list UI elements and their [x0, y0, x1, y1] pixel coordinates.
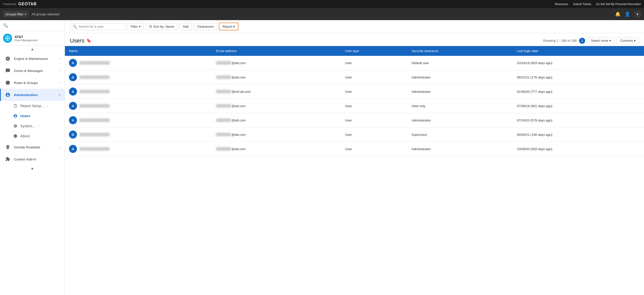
col-header-security-clearance[interactable]: Security clearance [408, 46, 513, 56]
user-name-blurred [79, 104, 110, 108]
sidebar-item-engine-label: Engine & Maintenance [14, 57, 57, 61]
top-bar: Powered by GEOTAB Resources Submit Ticke… [0, 0, 644, 8]
email-prefix-blurred [216, 104, 231, 108]
do-not-sell-link[interactable]: Do Not Sell My Personal Information [596, 3, 641, 6]
user-profile-icon[interactable]: 👤 [625, 11, 630, 17]
sidebar-item-administration[interactable]: Administration ∧ [0, 89, 65, 101]
security-clearance-cell: Administrator [408, 113, 513, 128]
resources-link[interactable]: Resources [555, 3, 568, 6]
table-row[interactable]: A @att.com UserAdministrator10/08/20 (50… [65, 142, 644, 156]
notification-bell-icon[interactable]: 🔔 [615, 11, 621, 17]
table-header-row: Name Email address User type Security cl… [65, 46, 644, 56]
email-cell: @att.com [212, 70, 341, 85]
name-cell: A [65, 142, 212, 156]
table-header: Name Email address User type Security cl… [65, 46, 644, 56]
filter-button[interactable]: Filter ▾ [127, 23, 144, 30]
sidebar-search-inner: 🔍 [3, 23, 62, 28]
email-cell: @att.com [212, 56, 341, 70]
clearances-label: Clearances [197, 25, 214, 28]
security-clearance-cell: Administrator [408, 142, 513, 156]
groups-filter-button[interactable]: Groups filter ▾ [3, 11, 29, 18]
table-row[interactable]: A @intl.att.com UserAdministrator01/08/2… [65, 85, 644, 99]
user-avatar: A [69, 88, 77, 96]
user-avatar: A [69, 116, 77, 124]
user-avatar: A [69, 59, 77, 67]
submit-tickets-link[interactable]: Submit Tickets [573, 3, 591, 6]
sidebar-item-geotab-roadside-label: Geotab Roadside [14, 145, 57, 149]
name-cell-inner: A [69, 73, 208, 81]
columns-button[interactable]: Columns ▾ [617, 37, 639, 44]
user-menu-button[interactable]: ▾ [634, 11, 641, 18]
sidebar-search-icon[interactable]: 🔍 [3, 23, 8, 28]
user-type-cell: User [341, 85, 408, 99]
report-button[interactable]: Report ▾ [219, 23, 238, 30]
bookmark-icon[interactable]: 🔖 [86, 38, 91, 43]
users-table-container: Name Email address User type Security cl… [65, 46, 644, 295]
sidebar: 🔍 AT&T Fleet Management ▲ Engine & Maint… [0, 20, 65, 295]
email-cell-inner: @att.com [216, 133, 337, 137]
sidebar-sub-system-label: System... [20, 124, 35, 128]
sidebar-sub-users-label: Users [20, 114, 30, 118]
add-button[interactable]: Add [179, 23, 192, 30]
geotab-roadside-icon [5, 144, 11, 150]
sidebar-scroll-up[interactable]: ▲ [0, 46, 65, 53]
user-avatar: A [69, 145, 77, 153]
sort-icon: ☰ [149, 25, 152, 28]
clearances-button[interactable]: Clearances [194, 23, 217, 30]
sidebar-item-custom-add-in[interactable]: Custom Add-In [0, 153, 65, 165]
last-login-cell: 10/08/20 (503 days ago) [513, 142, 644, 156]
name-cell: A [65, 56, 212, 70]
col-header-email[interactable]: Email address [212, 46, 341, 56]
email-prefix-blurred [216, 147, 231, 151]
sidebar-item-geotab-roadside[interactable]: Geotab Roadside › [0, 141, 65, 153]
table-row[interactable]: A @att.com UserAdministrator07/24/20 (57… [65, 113, 644, 128]
user-avatar: A [69, 73, 77, 81]
sidebar-sub-report-setup[interactable]: Report Setup... › [12, 101, 65, 111]
last-login-cell: 10/24/19 (853 days ago) [513, 56, 644, 70]
columns-label: Columns [620, 39, 633, 43]
sidebar-search-area: 🔍 [0, 20, 65, 31]
email-cell: @intl.att.com [212, 85, 341, 99]
email-domain: @att.com [232, 61, 246, 65]
sidebar-sub-about[interactable]: About [12, 131, 65, 141]
email-cell-inner: @att.com [216, 118, 337, 122]
table-row[interactable]: D @att.com UserSupervisor09/30/21 (146 d… [65, 128, 644, 142]
sort-value: Name [166, 25, 174, 28]
table-row[interactable]: A @att.com UserAdministrator08/31/21 (17… [65, 70, 644, 85]
select-none-label: Select none [591, 39, 608, 43]
report-label: Report [222, 25, 232, 28]
page-number-badge[interactable]: 1 [579, 38, 585, 44]
powered-by-text: Powered by [3, 3, 16, 6]
sidebar-sub-users[interactable]: Users [12, 111, 65, 121]
search-input[interactable] [78, 25, 123, 28]
select-none-button[interactable]: Select none ▾ [588, 37, 614, 44]
sort-label: Sort by: [153, 25, 165, 28]
name-cell: D [65, 128, 212, 142]
att-info: AT&T Fleet Management [15, 35, 38, 42]
sidebar-item-rules[interactable]: Rules & Groups › [0, 77, 65, 89]
sidebar-sub-system[interactable]: System... › [12, 121, 65, 131]
search-box[interactable]: 🔍 [70, 23, 125, 30]
att-name: AT&T [15, 35, 38, 39]
last-login-cell: 09/30/21 (146 days ago) [513, 128, 644, 142]
sidebar-item-engine[interactable]: Engine & Maintenance › [0, 53, 65, 65]
sort-button[interactable]: ☰ Sort by: Name [146, 23, 177, 30]
name-cell-inner: A [69, 102, 208, 110]
main-layout: 🔍 AT&T Fleet Management ▲ Engine & Maint… [0, 20, 644, 295]
table-body: A @att.com UserDefault user10/24/19 (853… [65, 56, 644, 156]
col-header-name[interactable]: Name [65, 46, 212, 56]
col-header-user-type[interactable]: User type [341, 46, 408, 56]
email-prefix-blurred [216, 133, 231, 136]
email-domain: @att.com [232, 133, 246, 137]
engine-icon [5, 56, 11, 62]
sidebar-item-zones[interactable]: Zones & Messages › [0, 65, 65, 77]
table-row[interactable]: A @att.com UserView only07/08/19 (961 da… [65, 99, 644, 113]
email-cell: @att.com [212, 128, 341, 142]
sidebar-scroll-down[interactable]: ▼ [0, 165, 65, 172]
col-header-last-login[interactable]: Last login date [513, 46, 644, 56]
user-name-blurred [79, 133, 110, 136]
user-type-cell: User [341, 142, 408, 156]
sidebar-item-administration-label: Administration [14, 93, 55, 97]
user-type-cell: User [341, 70, 408, 85]
table-row[interactable]: A @att.com UserDefault user10/24/19 (853… [65, 56, 644, 70]
